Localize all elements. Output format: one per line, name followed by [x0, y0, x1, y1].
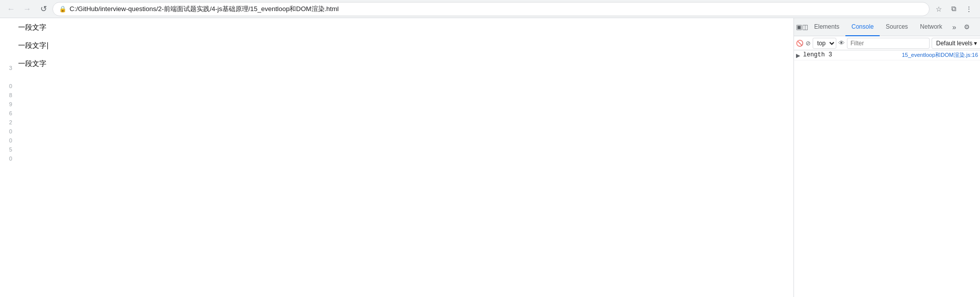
- line-num: [0, 45, 12, 54]
- tab-network[interactable]: Network: [914, 18, 948, 36]
- forward-icon: →: [23, 5, 31, 14]
- address-bar[interactable]: 🔒 C:/GitHub/interview-questions/2-前端面试题实…: [52, 2, 930, 16]
- line-num: 8: [0, 91, 12, 100]
- page-text-2: 一段文字: [18, 36, 789, 54]
- dock-side-icon: ▣: [796, 23, 802, 31]
- line-num: 0: [0, 136, 12, 145]
- extensions-icon: ⧉: [951, 5, 956, 13]
- tab-sources[interactable]: Sources: [880, 18, 914, 36]
- lock-icon: 🔒: [59, 6, 67, 13]
- line-num: [0, 72, 12, 82]
- line-num: 9: [0, 100, 12, 109]
- tab-console[interactable]: Console: [845, 18, 880, 36]
- forward-button[interactable]: →: [20, 2, 34, 16]
- devtools-dock-toggle-btn[interactable]: ◫: [802, 21, 808, 34]
- extensions-button[interactable]: ⧉: [947, 2, 961, 16]
- tab-console-label: Console: [851, 23, 874, 30]
- clear-icon: 🚫: [796, 40, 804, 47]
- page-content: 一段文字 一段文字 一段文字: [14, 18, 793, 297]
- line-num: 2: [0, 118, 12, 127]
- bookmark-icon: ☆: [936, 5, 942, 13]
- menu-button[interactable]: ⋮: [962, 2, 976, 16]
- more-tabs-icon: »: [952, 23, 956, 31]
- devtools-settings-button[interactable]: ⚙: [960, 21, 973, 34]
- page-wrapper: 3 0 8 9 6 2 0 0 5 0 一段文字 一段文字 一段文字: [0, 18, 793, 297]
- browser-window: ← → ↺ 🔒 C:/GitHub/interview-questions/2-…: [0, 0, 980, 297]
- tab-sources-label: Sources: [886, 23, 908, 30]
- console-message: length 3: [803, 51, 900, 58]
- console-row: ▶ length 3 15_eventloop和DOM渲染.js:16: [794, 50, 980, 60]
- line-num: 0: [0, 82, 12, 91]
- console-expand-arrow[interactable]: ▶: [796, 51, 803, 59]
- line-num: 0: [0, 154, 12, 163]
- reload-icon: ↺: [40, 4, 47, 14]
- console-output: ▶ length 3 15_eventloop和DOM渲染.js:16: [794, 50, 980, 297]
- menu-icon: ⋮: [965, 5, 972, 13]
- page-text-3: 一段文字: [18, 54, 789, 72]
- line-num: 5: [0, 145, 12, 154]
- devtools-more-button[interactable]: ⋮: [974, 21, 980, 34]
- devtools-tab-icons: ⚙ ⋮ ✕: [960, 21, 980, 34]
- line-num: 6: [0, 109, 12, 118]
- line-num: [0, 27, 12, 36]
- devtools-tabs: ▣ ◫ Elements Console Sources Network: [794, 18, 980, 36]
- more-icon: ⋮: [977, 23, 980, 31]
- bookmark-button[interactable]: ☆: [932, 2, 946, 16]
- main-area: 3 0 8 9 6 2 0 0 5 0 一段文字 一段文字 一段文字: [0, 18, 980, 297]
- console-eye-button[interactable]: 👁: [838, 38, 845, 49]
- tab-network-label: Network: [920, 23, 942, 30]
- reload-button[interactable]: ↺: [36, 2, 50, 16]
- toolbar-right: ☆ ⧉ ⋮: [932, 2, 976, 16]
- url-text: C:/GitHub/interview-questions/2-前端面试题实践/…: [70, 5, 923, 14]
- page-text-1: 一段文字: [18, 18, 789, 36]
- line-num: [0, 54, 12, 63]
- console-context-select[interactable]: top: [813, 38, 836, 49]
- line-numbers: 3 0 8 9 6 2 0 0 5 0: [0, 18, 14, 297]
- line-num: [0, 36, 12, 45]
- back-button[interactable]: ←: [4, 2, 18, 16]
- settings-icon: ⚙: [964, 23, 970, 31]
- line-num: 0: [0, 127, 12, 136]
- back-icon: ←: [7, 5, 15, 14]
- text-cursor: [47, 42, 48, 49]
- console-toolbar: 🚫 ⊘ top 👁 Default levels ▾ No: [794, 36, 980, 50]
- console-filter-button[interactable]: ⊘: [806, 38, 811, 49]
- tab-elements[interactable]: Elements: [808, 18, 845, 36]
- filter-icon: ⊘: [806, 40, 811, 47]
- line-num: 3: [0, 63, 12, 72]
- console-filter-input[interactable]: [847, 38, 930, 49]
- devtools-dock-side-btn[interactable]: ▣: [796, 21, 802, 34]
- tab-elements-label: Elements: [814, 23, 839, 30]
- console-source-link[interactable]: 15_eventloop和DOM渲染.js:16: [902, 51, 978, 59]
- eye-icon: 👁: [838, 39, 845, 47]
- dock-toggle-icon: ◫: [802, 23, 808, 31]
- console-levels-select[interactable]: Default levels ▾: [932, 38, 980, 49]
- console-clear-button[interactable]: 🚫: [796, 38, 804, 49]
- devtools-panel: ▣ ◫ Elements Console Sources Network: [793, 18, 980, 297]
- line-num: [0, 18, 12, 27]
- more-tabs-button[interactable]: »: [948, 23, 960, 31]
- browser-toolbar: ← → ↺ 🔒 C:/GitHub/interview-questions/2-…: [0, 0, 980, 18]
